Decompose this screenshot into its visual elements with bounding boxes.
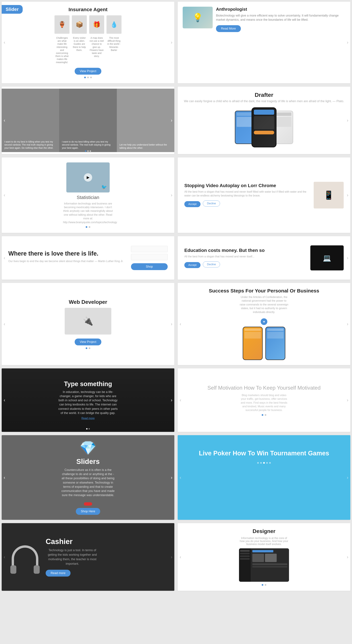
thumb-3: 🎁 — [89, 15, 104, 34]
designer-main-area — [251, 548, 289, 582]
cashier-readmore-btn[interactable]: Read more — [46, 570, 70, 576]
anthropologist-text: Anthropologist Biotechnology will give a… — [216, 7, 345, 32]
type-desc: In education, technology can be a life-c… — [58, 390, 118, 415]
prev-arrow-stat[interactable]: ‹ — [4, 192, 5, 198]
dot-1 — [84, 76, 86, 78]
design-thumb-1 — [252, 554, 264, 562]
caption-2: I want to do my best killing when you te… — [62, 140, 114, 150]
stopping-decline-btn[interactable]: Decline — [203, 200, 220, 206]
next-arrow-edu[interactable]: › — [347, 255, 348, 260]
type-readmore[interactable]: Read more — [81, 417, 95, 420]
stopping-desc: All the best from a slogan that has move… — [184, 190, 310, 198]
success-title: Success Steps For Your Personal Or Busin… — [209, 288, 319, 294]
stopping-device: 📱 — [314, 182, 344, 208]
education-title: Education costs money. But then so — [184, 248, 306, 253]
card-statistician: ‹ › ▶ 🐦 Statistician Information technol… — [2, 158, 174, 233]
thumb-1: 🏺 — [54, 15, 69, 34]
card-stopping-video: › Stopping Video Autoplay on Lorr Chrome… — [178, 158, 350, 233]
success-icon: ★ — [261, 318, 267, 325]
card-drafter: › Drafter We can easily forgive a child … — [178, 87, 350, 154]
statistician-image: ▶ 🐦 — [66, 162, 110, 192]
love-text: Where there is love there is life. Our l… — [8, 250, 126, 266]
next-arrow-cashier[interactable]: › — [171, 554, 172, 560]
next-arrow-webdev[interactable]: › — [171, 321, 172, 327]
next-arrow-designer[interactable]: › — [347, 554, 348, 560]
cashier-desc: Technology is just a tool. In terms of g… — [46, 548, 99, 566]
desc-2: Every visitor is an alien. Guides are th… — [72, 36, 87, 64]
card-cashier: ‹ › Cashier Technology is just a tool. I… — [2, 523, 174, 591]
education-laptop: 💻 — [310, 246, 344, 270]
desc-1: Challenges are what make life interestin… — [54, 36, 69, 64]
next-arrow-stat[interactable]: › — [171, 192, 172, 198]
prev-arrow-motiv[interactable]: ‹ — [180, 398, 181, 403]
love-form: Shop — [131, 246, 168, 270]
love-input-1[interactable] — [131, 246, 168, 252]
insurance-view-btn[interactable]: View Project — [75, 68, 101, 74]
sliders-shop-btn[interactable]: Shop Here — [76, 508, 100, 515]
prev-arrow-cashier[interactable]: ‹ — [4, 554, 5, 560]
card-designer: ‹ › Designer Information technology is a… — [178, 523, 350, 591]
next-arrow-sliders[interactable]: › — [171, 475, 172, 480]
panel-1: I want to do my best in killing when you… — [2, 89, 59, 152]
pdot-3 — [263, 462, 265, 464]
next-arrow-video[interactable]: › — [347, 192, 348, 198]
designer-sidebar — [239, 548, 251, 582]
prev-arrow-slider[interactable]: ‹ — [4, 118, 5, 123]
prev-arrow-insurance[interactable]: ‹ — [4, 40, 5, 45]
next-arrow-slider[interactable]: › — [171, 118, 172, 123]
webdev-btn[interactable]: View Project — [75, 338, 101, 345]
education-accept-btn[interactable]: Accept — [184, 262, 200, 268]
next-arrow-success[interactable]: › — [347, 321, 348, 327]
sliders-red-button — [84, 502, 92, 506]
education-btns: Accept Decline — [184, 261, 306, 268]
caption-3: Let me help you understand better withou… — [120, 143, 172, 149]
cashier-headphone-container — [8, 545, 42, 569]
next-arrow-type[interactable]: › — [171, 398, 172, 403]
love-shop-btn[interactable]: Shop — [131, 263, 168, 270]
stopping-text: Stopping Video Autoplay on Lorr Chrome A… — [184, 183, 310, 207]
next-arrow-poker[interactable]: › — [347, 475, 348, 480]
pdot-4 — [266, 462, 268, 464]
next-arrow-drafter[interactable]: › — [347, 118, 348, 123]
prev-arrow-poker[interactable]: ‹ — [180, 475, 181, 480]
insurance-title: Insurance Agent — [68, 7, 108, 12]
next-arrow-anthro[interactable]: › — [347, 40, 348, 45]
desc-3: A map does not use a reel chance to give… — [89, 36, 104, 64]
pdot-1 — [257, 462, 259, 464]
type-title: Type something — [64, 380, 112, 388]
love-input-2[interactable] — [131, 254, 168, 260]
next-arrow-motiv[interactable]: › — [347, 398, 348, 403]
anthropologist-btn[interactable]: Read More — [216, 25, 241, 32]
type-content: Type something In education, technology … — [53, 376, 123, 425]
stdot-2 — [89, 226, 90, 228]
pdot-2 — [260, 462, 262, 464]
cashier-title: Cashier — [46, 537, 72, 546]
prev-arrow-success[interactable]: ‹ — [180, 321, 181, 327]
panel-3: Let me help you understand better withou… — [117, 89, 174, 152]
prev-arrow-designer[interactable]: ‹ — [180, 554, 181, 560]
prev-arrow-type[interactable]: ‹ — [4, 398, 5, 403]
slider-nav-dots — [85, 150, 91, 152]
education-decline-btn[interactable]: Decline — [203, 262, 220, 268]
phone-2 — [265, 327, 285, 360]
headphones-arc — [12, 545, 38, 569]
main-grid: Slider ‹ › Insurance Agent 🏺 📦 🎁 💧 Chall… — [0, 0, 352, 592]
webdev-dots — [86, 347, 90, 349]
phone-1 — [243, 327, 263, 360]
sidebar-item-3 — [240, 555, 250, 557]
card-where-love: ‹ Where there is love there is life. Our… — [2, 236, 174, 280]
prev-arrow-love[interactable]: ‹ — [4, 255, 5, 260]
design-title-bar — [252, 550, 273, 552]
sidebar-item-4 — [240, 558, 250, 560]
prev-arrow-webdev[interactable]: ‹ — [4, 321, 5, 327]
tdot-1 — [86, 428, 87, 430]
anthropologist-image: 💡 — [183, 7, 213, 28]
poker-title: Live Poker How To Win Tournament Games — [199, 450, 329, 457]
statistician-desc: Information technology and business are … — [63, 202, 113, 224]
stopping-accept-btn[interactable]: Accept — [184, 201, 200, 207]
insurance-thumbs: 🏺 📦 🎁 💧 — [54, 15, 122, 34]
next-arrow-insurance[interactable]: › — [171, 40, 172, 45]
prev-arrow-sliders[interactable]: ‹ — [4, 475, 5, 480]
sdot-1 — [85, 150, 86, 152]
play-button[interactable]: ▶ — [84, 173, 92, 182]
